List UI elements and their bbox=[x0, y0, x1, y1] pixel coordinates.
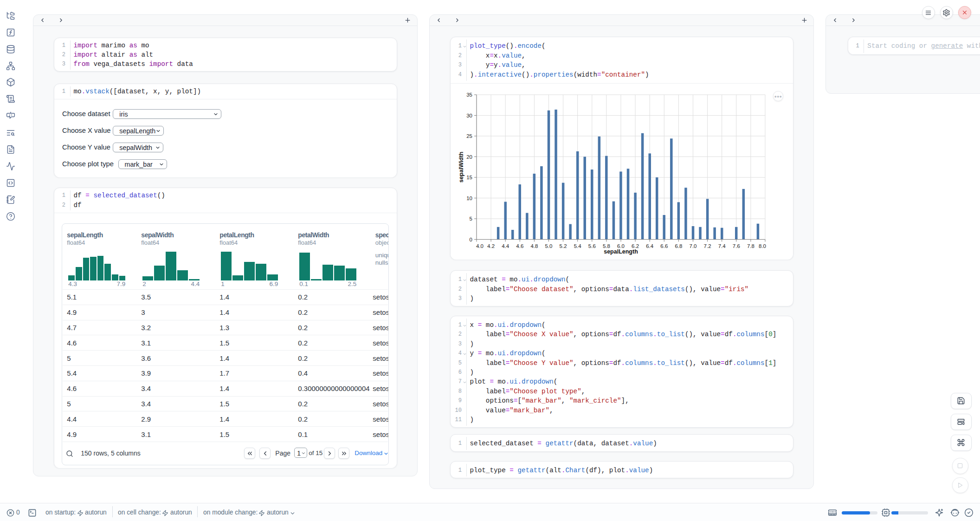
svg-text:4.6: 4.6 bbox=[516, 243, 523, 248]
svg-text:7.8: 7.8 bbox=[747, 243, 754, 248]
svg-text:5.2: 5.2 bbox=[560, 243, 567, 248]
svg-text:7.2: 7.2 bbox=[704, 243, 711, 248]
svg-text:4.2: 4.2 bbox=[487, 243, 495, 248]
svg-text:7.6: 7.6 bbox=[733, 243, 740, 248]
svg-text:20: 20 bbox=[466, 154, 472, 159]
svg-text:5.6: 5.6 bbox=[588, 243, 596, 248]
svg-text:15: 15 bbox=[466, 175, 472, 180]
svg-text:4.4: 4.4 bbox=[502, 243, 509, 248]
svg-text:6.4: 6.4 bbox=[646, 243, 654, 248]
svg-text:6.6: 6.6 bbox=[660, 243, 668, 248]
svg-text:7.0: 7.0 bbox=[690, 243, 697, 248]
svg-text:7.4: 7.4 bbox=[718, 243, 726, 248]
svg-text:8.0: 8.0 bbox=[759, 243, 766, 248]
svg-text:4.8: 4.8 bbox=[530, 243, 538, 248]
svg-text:30: 30 bbox=[466, 112, 472, 118]
svg-text:25: 25 bbox=[466, 133, 472, 139]
svg-text:35: 35 bbox=[466, 92, 472, 98]
svg-text:5.8: 5.8 bbox=[603, 243, 610, 248]
svg-text:5: 5 bbox=[470, 216, 472, 221]
svg-text:6.0: 6.0 bbox=[617, 243, 625, 248]
svg-text:4.0: 4.0 bbox=[476, 243, 484, 248]
svg-text:6.2: 6.2 bbox=[632, 243, 639, 248]
svg-text:5.4: 5.4 bbox=[574, 243, 582, 248]
svg-text:0: 0 bbox=[470, 236, 472, 242]
svg-text:10: 10 bbox=[466, 195, 472, 201]
svg-text:sepalLength: sepalLength bbox=[604, 248, 638, 255]
svg-text:6.8: 6.8 bbox=[675, 243, 682, 248]
svg-text:sepalWidth: sepalWidth bbox=[458, 152, 464, 183]
svg-text:5.0: 5.0 bbox=[545, 243, 553, 248]
